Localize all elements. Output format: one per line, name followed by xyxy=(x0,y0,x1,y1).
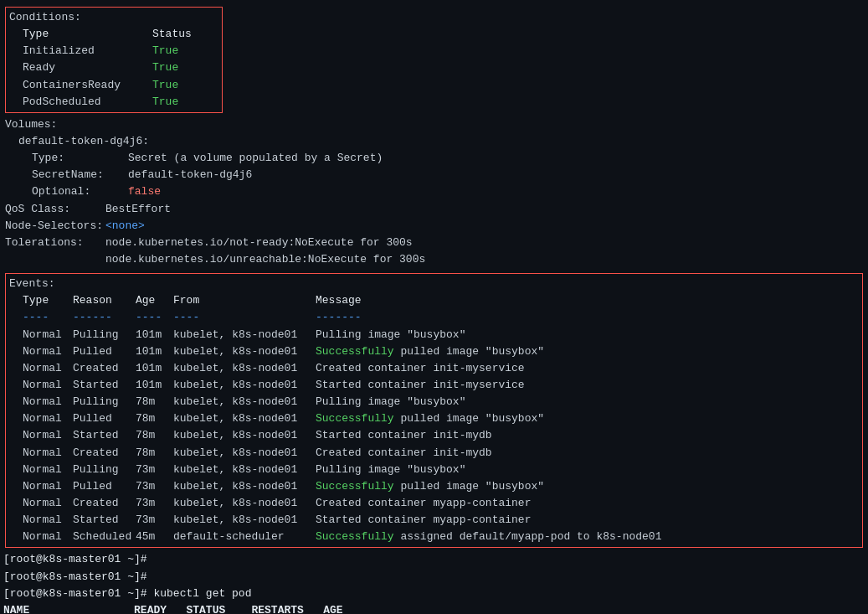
event-row-2: Normal Pulled 101m kubelet, k8s-node01 S… xyxy=(9,343,859,360)
tolerations-line2: node.kubernetes.io/unreachable:NoExecute… xyxy=(5,251,863,268)
kubectl-table-header: NAME READY STATUS RESTARTS AGE xyxy=(3,602,865,614)
event-row-5: Normal Pulling 78m kubelet, k8s-node01 P… xyxy=(9,394,859,410)
events-block: Events: Type Reason Age From Message ---… xyxy=(5,273,863,548)
event-row-10: Normal Pulled 73m kubelet, k8s-node01 Su… xyxy=(9,478,859,495)
events-dashes: ---- ------ ---- ---- ------- xyxy=(9,309,859,326)
event-row-6: Normal Pulled 78m kubelet, k8s-node01 Su… xyxy=(9,410,859,427)
event-row-8: Normal Created 78m kubelet, k8s-node01 C… xyxy=(9,445,859,462)
qos-section: QoS Class: BestEffort Node-Selectors: <n… xyxy=(0,201,868,269)
volumes-label: Volumes: xyxy=(5,116,863,133)
volumes-secretname: SecretName: default-token-dg4j6 xyxy=(5,167,863,183)
event-row-13: Normal Scheduled 45m default-scheduler S… xyxy=(9,529,859,545)
event-row-1: Normal Pulling 101m kubelet, k8s-node01 … xyxy=(9,327,859,343)
tolerations-line1: Tolerations: node.kubernetes.io/not-read… xyxy=(5,235,863,251)
event-row-3: Normal Created 101m kubelet, k8s-node01 … xyxy=(9,360,859,377)
terminal: Conditions: TypeStatus InitializedTrue R… xyxy=(0,0,868,614)
conditions-row-containersready: ContainersReadyTrue xyxy=(9,77,218,94)
node-selectors-line: Node-Selectors: <none> xyxy=(5,218,863,235)
volumes-type: Type: Secret (a volume populated by a Se… xyxy=(5,150,863,167)
events-label: Events: xyxy=(9,276,859,292)
conditions-label: Conditions: xyxy=(9,9,218,26)
qos-line: QoS Class: BestEffort xyxy=(5,201,863,218)
event-row-11: Normal Created 73m kubelet, k8s-node01 C… xyxy=(9,495,859,512)
volumes-section: Volumes: default-token-dg4j6: Type: Secr… xyxy=(0,116,868,201)
prompt-3-kubectl: [root@k8s-master01 ~]# kubectl get pod xyxy=(3,586,865,602)
conditions-row-initialized: InitializedTrue xyxy=(9,43,218,59)
volumes-name: default-token-dg4j6: xyxy=(5,133,863,150)
events-header: Type Reason Age From Message xyxy=(9,292,859,309)
event-row-12: Normal Started 73m kubelet, k8s-node01 S… xyxy=(9,512,859,529)
volumes-optional: Optional: false xyxy=(5,183,863,200)
prompt-2: [root@k8s-master01 ~]# xyxy=(3,569,865,586)
event-row-4: Normal Started 101m kubelet, k8s-node01 … xyxy=(9,377,859,394)
conditions-row-podscheduled: PodScheduledTrue xyxy=(9,94,218,111)
conditions-block: Conditions: TypeStatus InitializedTrue R… xyxy=(5,7,223,113)
bottom-section: [root@k8s-master01 ~]# [root@k8s-master0… xyxy=(0,551,868,614)
prompt-1: [root@k8s-master01 ~]# xyxy=(3,551,865,568)
conditions-header: TypeStatus xyxy=(9,26,218,43)
conditions-row-ready: ReadyTrue xyxy=(9,59,218,76)
event-row-9: Normal Pulling 73m kubelet, k8s-node01 P… xyxy=(9,462,859,478)
event-row-7: Normal Started 78m kubelet, k8s-node01 S… xyxy=(9,427,859,444)
